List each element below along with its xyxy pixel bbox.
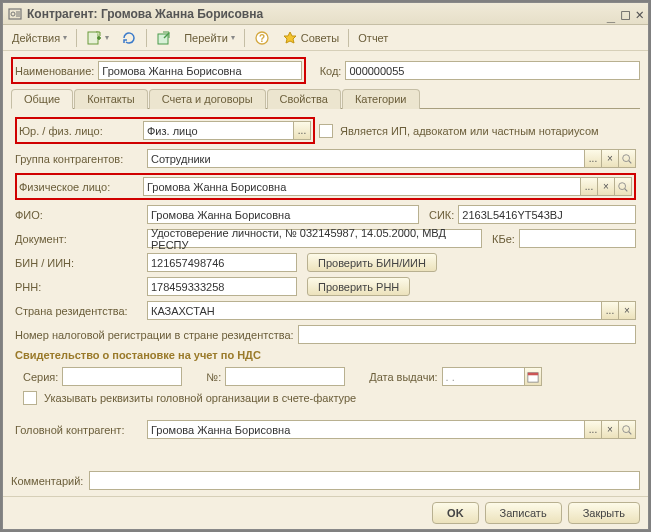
num-label: №:: [206, 371, 221, 383]
type-input[interactable]: Физ. лицо: [143, 121, 294, 140]
fio-row: ФИО: Громова Жанна Борисовна СИК: 2163L5…: [15, 205, 636, 224]
report-label: Отчет: [358, 32, 388, 44]
bin-input[interactable]: 121657498746: [147, 253, 297, 272]
toolbar-refresh-icon[interactable]: [116, 28, 142, 48]
kbe-input[interactable]: [519, 229, 636, 248]
bin-row: БИН / ИИН: 121657498746 Проверить БИН/ИИ…: [15, 253, 636, 272]
tab-props[interactable]: Свойства: [267, 89, 341, 109]
close-form-button[interactable]: Закрыть: [568, 502, 640, 524]
app-icon: [7, 6, 23, 22]
code-input[interactable]: 000000055: [345, 61, 640, 80]
person-label: Физическое лицо:: [19, 181, 139, 193]
date-input[interactable]: . .: [442, 367, 525, 386]
type-select-button[interactable]: ...: [293, 121, 311, 140]
comment-row: Комментарий:: [3, 469, 648, 496]
tab-contacts[interactable]: Контакты: [74, 89, 148, 109]
person-lookup-button[interactable]: [614, 177, 632, 196]
svg-rect-2: [88, 32, 98, 44]
person-highlight: Физическое лицо: Громова Жанна Борисовна…: [15, 173, 636, 200]
head-select-button[interactable]: ...: [584, 420, 602, 439]
type-row: Юр. / физ. лицо: Физ. лицо ... Является …: [15, 117, 636, 144]
rnn-label: РНН:: [15, 281, 143, 293]
type-input-wrap: Физ. лицо ...: [143, 121, 311, 140]
tips-button[interactable]: Советы: [277, 28, 344, 48]
series-input[interactable]: [62, 367, 182, 386]
country-input[interactable]: КАЗАХСТАН: [147, 301, 602, 320]
group-label: Группа контрагентов:: [15, 153, 143, 165]
save-button[interactable]: Записать: [485, 502, 562, 524]
date-label: Дата выдачи:: [369, 371, 437, 383]
comment-label: Комментарий:: [11, 475, 83, 487]
tab-accounts[interactable]: Счета и договоры: [149, 89, 266, 109]
doc-input[interactable]: Удостоверение личности, № 032145987, 14.…: [147, 229, 482, 248]
group-input[interactable]: Сотрудники: [147, 149, 585, 168]
sik-input[interactable]: 2163L5416YT543BJ: [458, 205, 636, 224]
name-input[interactable]: Громова Жанна Борисовна: [98, 61, 301, 80]
person-input[interactable]: Громова Жанна Борисовна: [143, 177, 581, 196]
person-select-button[interactable]: ...: [580, 177, 598, 196]
ok-button[interactable]: OK: [432, 502, 479, 524]
group-row: Группа контрагентов: Сотрудники ... ×: [15, 149, 636, 168]
svg-point-7: [619, 182, 626, 189]
head-input[interactable]: Громова Жанна Борисовна: [147, 420, 585, 439]
country-clear-button[interactable]: ×: [618, 301, 636, 320]
toolbar-add-icon[interactable]: ▾: [81, 28, 114, 48]
head-checkbox[interactable]: [23, 391, 37, 405]
tab-general[interactable]: Общие: [11, 89, 73, 109]
head-lookup-button[interactable]: [618, 420, 636, 439]
type-highlight: Юр. / физ. лицо: Физ. лицо ...: [15, 117, 315, 144]
bin-check-button[interactable]: Проверить БИН/ИИН: [307, 253, 437, 272]
comment-input[interactable]: [89, 471, 640, 490]
code-label: Код:: [320, 65, 342, 77]
fio-input[interactable]: Громова Жанна Борисовна: [147, 205, 419, 224]
close-button[interactable]: ✕: [636, 6, 644, 22]
doc-label: Документ:: [15, 233, 143, 245]
country-row: Страна резидентства: КАЗАХСТАН ... ×: [15, 301, 636, 320]
person-input-wrap: Громова Жанна Борисовна ... ×: [143, 177, 632, 196]
head-clear-button[interactable]: ×: [601, 420, 619, 439]
vat-row: Серия: №: Дата выдачи: . .: [15, 367, 636, 386]
sik-label: СИК:: [429, 209, 454, 221]
minimize-button[interactable]: _: [607, 6, 615, 22]
report-button[interactable]: Отчет: [353, 30, 393, 46]
person-row: Физическое лицо: Громова Жанна Борисовна…: [15, 173, 636, 200]
tips-label: Советы: [301, 32, 339, 44]
maximize-button[interactable]: □: [621, 6, 629, 22]
taxnum-input[interactable]: [298, 325, 636, 344]
head-check-row: Указывать реквизиты головной организации…: [15, 391, 636, 405]
vat-section-title: Свидетельство о постановке на учет по НД…: [15, 349, 636, 361]
separator: [348, 29, 349, 47]
head-check-label: Указывать реквизиты головной организации…: [44, 392, 356, 404]
separator: [146, 29, 147, 47]
ip-checkbox[interactable]: [319, 124, 333, 138]
series-label: Серия:: [23, 371, 58, 383]
head-input-wrap: Громова Жанна Борисовна ... ×: [147, 420, 636, 439]
actions-menu[interactable]: Действия▾: [7, 30, 72, 46]
country-select-button[interactable]: ...: [601, 301, 619, 320]
tabs: Общие Контакты Счета и договоры Свойства…: [11, 88, 640, 109]
rnn-check-button[interactable]: Проверить РНН: [307, 277, 410, 296]
name-row: Наименование: Громова Жанна Борисовна Ко…: [11, 57, 640, 84]
actions-label: Действия: [12, 32, 60, 44]
tab-body-general: Юр. / физ. лицо: Физ. лицо ... Является …: [11, 109, 640, 448]
goto-menu[interactable]: Перейти▾: [179, 30, 240, 46]
rnn-row: РНН: 178459333258 Проверить РНН: [15, 277, 636, 296]
toolbar-nav-icon[interactable]: [151, 28, 177, 48]
help-icon[interactable]: ?: [249, 28, 275, 48]
type-label: Юр. / физ. лицо:: [19, 125, 139, 137]
content: Наименование: Громова Жанна Борисовна Ко…: [3, 51, 648, 469]
separator: [76, 29, 77, 47]
bin-label: БИН / ИИН:: [15, 257, 143, 269]
svg-point-10: [623, 425, 630, 432]
group-clear-button[interactable]: ×: [601, 149, 619, 168]
num-input[interactable]: [225, 367, 345, 386]
rnn-input[interactable]: 178459333258: [147, 277, 297, 296]
group-select-button[interactable]: ...: [584, 149, 602, 168]
country-input-wrap: КАЗАХСТАН ... ×: [147, 301, 636, 320]
svg-point-6: [623, 154, 630, 161]
person-clear-button[interactable]: ×: [597, 177, 615, 196]
country-label: Страна резидентства:: [15, 305, 143, 317]
date-picker-button[interactable]: [524, 367, 542, 386]
tab-categories[interactable]: Категории: [342, 89, 420, 109]
group-lookup-button[interactable]: [618, 149, 636, 168]
